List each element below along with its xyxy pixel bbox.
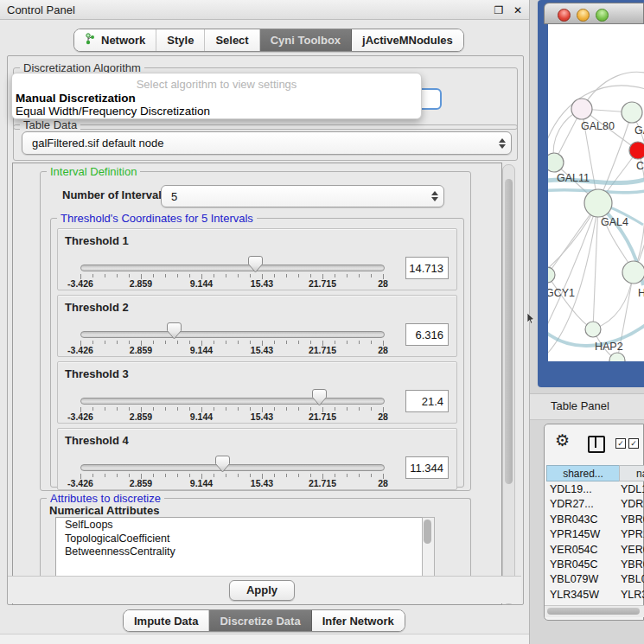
zoom-traffic-light[interactable] [596,9,609,22]
tab-network-label: Network [101,34,145,47]
slider-tick [214,341,214,344]
attributes-scrollbar-thumb[interactable] [424,520,431,544]
threshold-value-input[interactable] [405,323,449,346]
number-of-intervals-spinner[interactable]: 5 [161,185,444,207]
network-node[interactable] [585,322,601,337]
column-header-name[interactable]: na [619,465,644,481]
network-icon [85,33,96,48]
cell-name[interactable]: YPR1 [621,528,644,540]
table-row[interactable]: YER054CYER0 [545,543,644,558]
cell-shared-name[interactable]: YDR27... [550,498,594,510]
network-edge[interactable] [548,203,598,337]
checkbox-icon-1[interactable]: ✓ [615,438,626,449]
algorithm-combobox-focus-fragment[interactable] [420,88,442,110]
control-panel-tabs: Network Style Select Cyni Toolbox jActiv… [73,29,464,52]
network-node[interactable] [622,261,644,284]
network-node[interactable] [609,353,625,361]
tab-jactivemnodules[interactable]: jActiveMNodules [352,29,463,51]
cell-name[interactable]: YBL0 [621,573,644,585]
numerical-attributes-label: Numerical Attributes [49,504,159,517]
table-panel-title: Table Panel [551,399,609,412]
panel-scrollbar-thumb[interactable] [505,179,513,484]
cell-name[interactable]: YBR0 [621,558,644,571]
attribute-list-item[interactable]: TopologicalCoefficient [56,532,423,545]
cell-shared-name[interactable]: YBL079W [550,573,598,585]
slider-tick [214,407,214,411]
tab-cyni-toolbox[interactable]: Cyni Toolbox [260,29,352,51]
table-hscrollbar-thumb[interactable] [547,608,640,615]
slider-tick [153,274,154,277]
network-node-label: GCY1 [548,287,575,299]
cell-shared-name[interactable]: YDL19... [550,483,592,495]
slider-thumb[interactable] [167,322,182,340]
cell-shared-name[interactable]: YER054C [550,544,598,556]
threshold-value-input[interactable] [405,390,449,412]
table-row[interactable]: YLR345WYLR3 [545,588,644,603]
table-row[interactable]: YDR27...YDR2 [545,497,644,512]
threshold-value-input[interactable] [405,456,449,479]
slider-tick [214,474,214,477]
threshold-panel: Threshold 4-3.4262.8599.14415.4321.71528 [57,428,457,490]
table-row[interactable]: YBL079WYBL0 [545,572,644,587]
slider-track[interactable] [80,265,385,271]
slider-tick [371,274,372,277]
cell-shared-name[interactable]: YLR345W [550,589,599,601]
algorithm-option-manual[interactable]: Manual Discretization [16,92,136,105]
cell-name[interactable]: YBR0 [621,513,644,526]
threshold-value-input[interactable] [405,257,449,279]
cell-shared-name[interactable]: YBR045C [550,558,598,571]
slider-tick [335,274,335,277]
slider-tick [250,341,251,344]
attribute-list-item[interactable]: SelfLoops [56,518,423,532]
network-node[interactable] [571,99,592,119]
slider-tick [117,341,118,344]
numerical-attributes-list[interactable]: SelfLoopsTopologicalCoefficientBetweenne… [55,517,424,577]
slider-thumb[interactable] [248,256,263,273]
cell-shared-name[interactable]: YPR145W [550,528,600,540]
tab-discretize-data[interactable]: Discretize Data [209,610,311,631]
network-window-titlebar[interactable] [544,3,644,24]
cell-name[interactable]: YDR2 [621,498,644,510]
slider-track[interactable] [80,464,385,471]
table-row[interactable]: YBR043CYBR0 [545,513,644,527]
slider-track[interactable] [80,331,385,338]
column-header-shared[interactable]: shared... [546,465,620,481]
slider-thumb[interactable] [312,389,327,406]
algorithm-option-equal-width[interactable]: Equal Width/Frequency Discretization [16,105,210,118]
float-window-icon[interactable]: ❐ [493,4,505,16]
network-canvas[interactable]: GAL80GACGAL11GAL4HGCY1HAP2 [548,24,644,361]
gear-icon[interactable]: ⚙ [555,432,570,449]
tab-infer-network[interactable]: Infer Network [312,610,405,631]
slider-thumb[interactable] [215,456,230,473]
close-traffic-light[interactable] [558,9,571,22]
cell-name[interactable]: YER0 [621,544,644,556]
cell-name[interactable]: YLR3 [621,589,644,601]
slider-track[interactable] [80,398,385,405]
bottom-tabs: Impute Data Discretize Data Infer Networ… [123,609,405,632]
checkbox-icon-2[interactable]: ✓ [628,438,639,449]
table-row[interactable]: YDL19...YDL1 [545,482,644,497]
attribute-list-item[interactable]: BetweennessCentrality [56,545,423,558]
cell-name[interactable]: YDL1 [621,483,644,495]
network-node[interactable] [548,267,555,283]
minimize-traffic-light[interactable] [577,9,590,22]
column-layout-icon[interactable] [588,436,605,453]
cell-shared-name[interactable]: YBR043C [550,513,598,526]
tab-select[interactable]: Select [205,29,259,51]
slider-tick [129,341,130,344]
tab-network[interactable]: Network [74,29,156,51]
table-row[interactable]: YPR145WYPR1 [545,527,644,542]
table-row[interactable]: YBR045CYBR0 [545,558,644,572]
tab-style[interactable]: Style [156,29,205,51]
table-data-combobox[interactable]: galFiltered.sif default node [22,131,512,155]
network-node[interactable] [584,189,612,217]
apply-button[interactable]: Apply [229,580,295,601]
network-node-label: GA [634,124,644,137]
network-node[interactable] [622,102,642,123]
network-node[interactable] [629,142,644,159]
tab-impute-data[interactable]: Impute Data [124,610,209,631]
slider-tick-label: 9.144 [190,345,213,355]
close-panel-icon[interactable]: ✕ [512,4,524,16]
network-node[interactable] [548,153,564,172]
network-edge[interactable] [548,275,593,329]
